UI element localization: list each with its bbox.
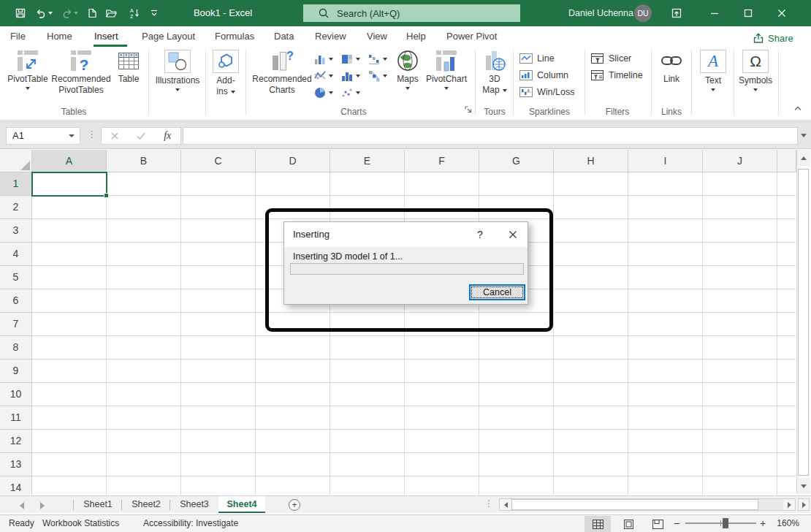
insert-combo-chart-button[interactable] <box>368 69 387 83</box>
row-header-4[interactable]: 4 <box>0 243 32 266</box>
row-header-5[interactable]: 5 <box>0 266 32 289</box>
column-header-j[interactable]: J <box>703 150 777 172</box>
new-sheet-button[interactable]: + <box>289 499 300 511</box>
column-header-e[interactable]: E <box>330 150 405 172</box>
table-button[interactable]: Table <box>111 50 146 107</box>
row-header-14[interactable]: 14 <box>0 476 32 495</box>
charts-dialog-launcher-icon[interactable] <box>464 105 473 114</box>
collapse-ribbon-icon[interactable] <box>793 105 802 111</box>
row-header-6[interactable]: 6 <box>0 289 32 313</box>
expand-formula-bar-icon[interactable] <box>801 134 807 137</box>
scroll-down-button[interactable] <box>797 478 810 494</box>
tab-insert[interactable]: Insert <box>94 26 118 47</box>
row-header-10[interactable]: 10 <box>0 383 32 406</box>
sheet-tab-sheet2[interactable]: Sheet2 <box>123 496 170 513</box>
column-header-h[interactable]: H <box>554 150 628 172</box>
column-header-a[interactable]: A <box>32 150 107 172</box>
zoom-in-button[interactable]: + <box>760 515 766 532</box>
insert-function-icon[interactable]: fx <box>164 130 171 142</box>
tab-power-pivot[interactable]: Power Pivot <box>446 26 497 47</box>
dialog-close-button[interactable] <box>500 222 525 247</box>
recommended-charts-button[interactable]: ? Recommended Charts <box>250 50 314 107</box>
sheet-nav-next-button[interactable] <box>40 502 45 509</box>
formula-input[interactable] <box>183 127 798 145</box>
save-icon[interactable] <box>15 7 26 19</box>
pivotchart-button[interactable]: PivotChart <box>424 50 469 107</box>
maps-button[interactable]: Maps <box>392 50 424 107</box>
name-box-chevron-icon[interactable] <box>69 134 75 137</box>
tab-home[interactable]: Home <box>47 26 72 47</box>
insert-statistic-chart-button[interactable] <box>341 69 360 83</box>
tab-formulas[interactable]: Formulas <box>215 26 254 47</box>
sheet-tab-sheet3[interactable]: Sheet3 <box>171 496 218 513</box>
selected-cell-a1[interactable] <box>31 172 107 197</box>
dialog-help-button[interactable]: ? <box>471 222 490 247</box>
link-button[interactable]: Link <box>653 50 690 107</box>
scroll-left-button[interactable] <box>500 499 511 510</box>
vertical-scrollbar[interactable] <box>796 150 810 494</box>
tab-view[interactable]: View <box>367 26 387 47</box>
insert-line-chart-button[interactable] <box>314 69 333 83</box>
close-button[interactable] <box>766 0 798 26</box>
column-header-c[interactable]: C <box>181 150 256 172</box>
sheet-tab-sheet4[interactable]: Sheet4 <box>218 496 265 513</box>
column-header-f[interactable]: F <box>405 150 479 172</box>
row-header-12[interactable]: 12 <box>0 430 32 453</box>
row-header-1[interactable]: 1 <box>0 172 32 196</box>
3d-map-button[interactable]: 3D Map <box>478 50 511 107</box>
row-header-3[interactable]: 3 <box>0 219 32 243</box>
accessibility-status-button[interactable]: Accessibility: Investigate <box>143 515 238 532</box>
workbook-statistics-button[interactable]: Workbook Statistics <box>42 515 119 532</box>
maximize-button[interactable] <box>732 0 764 26</box>
text-button[interactable]: A Text <box>694 50 732 107</box>
recommended-pivottables-button[interactable]: ? Recommended PivotTables <box>52 50 110 107</box>
undo-icon[interactable] <box>35 7 47 19</box>
sheet-tab-sheet1[interactable]: Sheet1 <box>75 496 121 513</box>
slicer-button[interactable]: Slicer <box>591 52 631 65</box>
sheet-nav-prev-button[interactable] <box>20 502 24 509</box>
row-header-11[interactable]: 11 <box>0 406 32 430</box>
fill-handle[interactable] <box>104 193 109 198</box>
share-button[interactable]: Share <box>753 29 793 47</box>
timeline-button[interactable]: Timeline <box>591 69 643 82</box>
tab-file[interactable]: File <box>10 26 26 47</box>
dialog-cancel-button[interactable]: Cancel <box>469 284 525 300</box>
horizontal-scrollbar[interactable] <box>499 498 796 511</box>
scrollbar-corner-button[interactable] <box>798 498 810 511</box>
insert-waterfall-chart-button[interactable] <box>368 53 387 66</box>
illustrations-button[interactable]: Illustrations <box>151 50 204 107</box>
row-header-7[interactable]: 7 <box>0 313 32 336</box>
minimize-button[interactable] <box>698 0 731 26</box>
avatar[interactable]: DU <box>634 4 652 22</box>
zoom-level[interactable]: 160% <box>773 515 799 532</box>
column-header-g[interactable]: G <box>479 150 554 172</box>
insert-column-chart-button[interactable] <box>314 53 333 66</box>
insert-pie-chart-button[interactable] <box>314 86 333 99</box>
sort-az-icon[interactable]: AZ <box>129 7 140 19</box>
addins-button[interactable]: Add- ins <box>207 50 245 107</box>
page-break-preview-button[interactable] <box>644 516 671 532</box>
tab-data[interactable]: Data <box>274 26 294 47</box>
horizontal-scrollbar-thumb[interactable] <box>511 499 758 510</box>
column-header-d[interactable]: D <box>256 150 330 172</box>
select-all-corner[interactable] <box>0 150 32 172</box>
dialog-title-bar[interactable]: Inserting ? <box>284 222 528 247</box>
column-header-i[interactable]: I <box>628 150 703 172</box>
column-header-partial[interactable] <box>777 150 796 172</box>
customize-toolbar-icon[interactable] <box>149 10 159 18</box>
search-box[interactable]: Search (Alt+Q) <box>303 4 520 22</box>
scroll-up-button[interactable] <box>797 150 810 166</box>
ribbon-display-options-button[interactable] <box>660 0 693 26</box>
zoom-out-button[interactable]: − <box>674 515 679 532</box>
column-header-b[interactable]: B <box>107 150 181 172</box>
zoom-slider-thumb[interactable] <box>723 518 728 528</box>
tab-help[interactable]: Help <box>406 26 426 47</box>
normal-view-button[interactable] <box>585 516 611 532</box>
sparkline-line-button[interactable]: Line <box>519 52 555 65</box>
insert-hierarchy-chart-button[interactable] <box>341 53 360 66</box>
row-header-13[interactable]: 13 <box>0 453 32 476</box>
sparkline-column-button[interactable]: Column <box>519 69 568 82</box>
row-header-9[interactable]: 9 <box>0 360 32 383</box>
open-folder-icon[interactable] <box>105 7 118 19</box>
row-header-8[interactable]: 8 <box>0 336 32 360</box>
